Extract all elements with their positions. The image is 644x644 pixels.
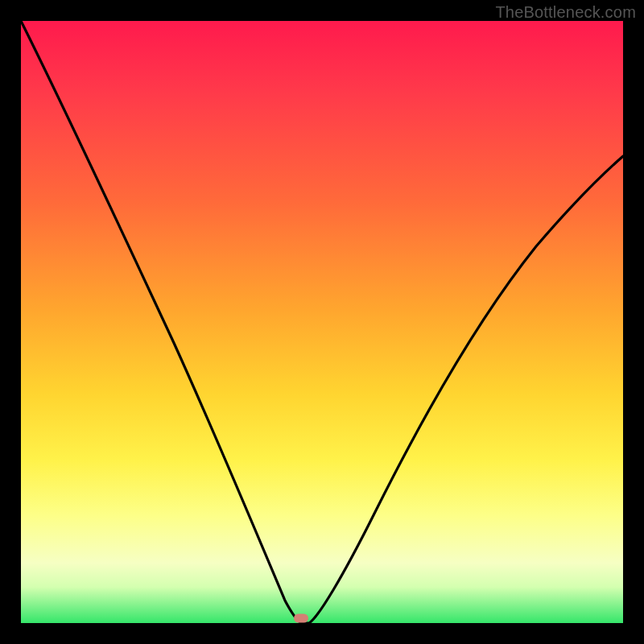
minimum-marker: [294, 614, 308, 623]
bottleneck-curve: [21, 21, 623, 623]
chart-frame: TheBottleneck.com: [0, 0, 644, 644]
curve-path: [21, 21, 623, 623]
watermark-text: TheBottleneck.com: [495, 3, 636, 22]
plot-area: [21, 21, 623, 623]
